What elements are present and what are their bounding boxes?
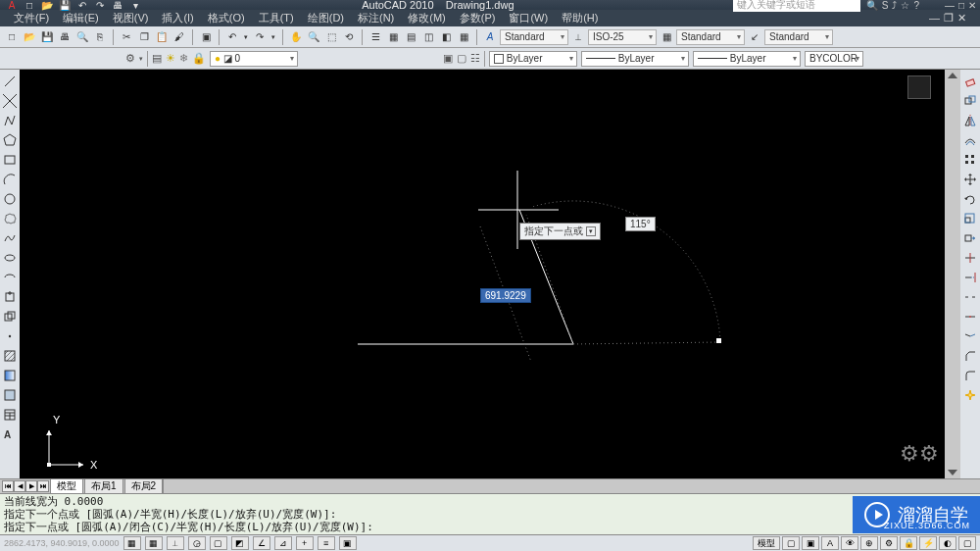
doc-minimize-button[interactable]: — — [929, 12, 940, 25]
menu-file[interactable]: 文件(F) — [14, 11, 49, 25]
annoscale-add-button[interactable]: ⊕ — [860, 536, 878, 550]
layer-freeze-icon[interactable]: ❄ — [179, 52, 188, 65]
infocenter-comm-icon[interactable]: ⤴ — [892, 0, 897, 11]
osnap-button[interactable]: ▢ — [210, 536, 227, 550]
length-input[interactable]: 691.9229 — [480, 288, 531, 303]
lineweight-button[interactable]: ≡ — [318, 536, 335, 550]
otrack-button[interactable]: ∠ — [253, 536, 270, 550]
tool-ellipse-icon[interactable] — [2, 250, 18, 266]
tb-copy-icon[interactable]: ❐ — [136, 29, 152, 45]
isolate-objects-button[interactable]: ◐ — [939, 536, 956, 550]
tb-blockedit-icon[interactable]: ▣ — [198, 29, 214, 45]
tool-mtext-icon[interactable]: A — [2, 426, 18, 442]
horizontal-scrollbar[interactable] — [163, 479, 980, 493]
tool-insert-icon[interactable] — [2, 289, 18, 305]
infocenter-subscription-icon[interactable]: S — [882, 0, 889, 11]
tb-sheetset-icon[interactable]: ◫ — [420, 29, 436, 45]
tool-rotate-icon[interactable] — [962, 191, 978, 207]
tb-paste-icon[interactable]: 📋 — [154, 29, 170, 45]
tool-array-icon[interactable] — [962, 152, 978, 168]
tb-markup-icon[interactable]: ◧ — [438, 29, 454, 45]
tab-layout1[interactable]: 布局1 — [84, 478, 123, 494]
tool-ellipsearc-icon[interactable] — [2, 270, 18, 285]
minimize-button[interactable]: — — [945, 0, 955, 11]
qprops-button[interactable]: ▣ — [339, 536, 357, 550]
maximize-button[interactable]: □ — [958, 0, 964, 11]
tb-redo-icon[interactable]: ↷ — [252, 29, 268, 45]
tool-explode-icon[interactable] — [962, 387, 978, 403]
tool-circle-icon[interactable] — [2, 191, 18, 207]
tool-spline-icon[interactable] — [2, 230, 18, 246]
tb-zoom-rt-icon[interactable]: 🔍 — [306, 29, 321, 45]
tb-designcenter-icon[interactable]: ▦ — [385, 29, 401, 45]
tb-undo-icon[interactable]: ↶ — [224, 29, 240, 45]
cleanscreen-button[interactable]: ▢ — [958, 536, 976, 550]
workspace-icon[interactable]: ⚙ — [125, 52, 135, 65]
tab-layout2[interactable]: 布局2 — [124, 478, 164, 494]
tb-publish-icon[interactable]: ⎘ — [92, 29, 108, 45]
tb-cut-icon[interactable]: ✂ — [119, 29, 134, 45]
ortho-button[interactable]: ⟂ — [167, 536, 184, 550]
tool-chamfer-icon[interactable] — [962, 348, 978, 364]
cmd-prompt[interactable]: 指定下一点或 [圆弧(A)/闭合(C)/半宽(H)/长度(L)/放弃(U)/宽度… — [4, 521, 976, 533]
tb-dimstyle-icon[interactable]: ⟂ — [570, 29, 586, 45]
tab-next-button[interactable]: ▶ — [25, 480, 37, 492]
tool-arc-icon[interactable] — [2, 172, 18, 187]
command-window[interactable]: 当前线宽为 0.0000 指定下一个点或 [圆弧(A)/半宽(H)/长度(L)/… — [0, 493, 980, 534]
tool-gradient-icon[interactable] — [2, 368, 18, 383]
tool-revcloud-icon[interactable] — [2, 211, 18, 226]
ducs-button[interactable]: ⊿ — [274, 536, 292, 550]
hardware-accel-button[interactable]: ⚡ — [919, 536, 937, 550]
view-cube[interactable] — [907, 75, 931, 99]
tool-copy-icon[interactable] — [962, 93, 978, 109]
infocenter-magnify-icon[interactable]: 🔍 — [866, 0, 878, 11]
layer-combo[interactable]: ● ◪ 0 — [210, 51, 298, 67]
tool-scale-icon[interactable] — [962, 211, 978, 226]
tb-new-icon[interactable]: □ — [4, 29, 20, 45]
infocenter-help-icon[interactable]: ? — [913, 0, 919, 11]
menu-draw[interactable]: 绘图(D) — [308, 11, 344, 25]
tb-zoom-win-icon[interactable]: ⬚ — [323, 29, 339, 45]
tb-preview-icon[interactable]: 🔍 — [74, 29, 90, 45]
tool-join-icon[interactable] — [962, 328, 978, 344]
tb-toolpalettes-icon[interactable]: ▤ — [403, 29, 418, 45]
tb-pan-icon[interactable]: ✋ — [288, 29, 304, 45]
tb-zoom-prev-icon[interactable]: ⟲ — [341, 29, 357, 45]
menu-view[interactable]: 视图(V) — [113, 11, 149, 25]
annoscale-button[interactable]: A — [821, 536, 839, 550]
model-paper-button[interactable]: 模型 — [753, 536, 780, 550]
tool-pline-icon[interactable] — [2, 113, 18, 128]
annoscale-vis-button[interactable]: 👁 — [841, 536, 858, 550]
layer-unisolate-icon[interactable]: ▢ — [457, 52, 466, 65]
polar-button[interactable]: ◶ — [188, 536, 206, 550]
grid-button[interactable]: ▦ — [145, 536, 163, 550]
layer-lock-icon[interactable]: 🔒 — [192, 52, 206, 65]
snap-mode-button[interactable]: ▦ — [123, 536, 141, 550]
toolbar-lock-button[interactable]: 🔒 — [900, 536, 917, 550]
tool-erase-icon[interactable] — [962, 74, 978, 89]
tool-xline-icon[interactable] — [2, 93, 18, 109]
menu-parametric[interactable]: 参数(P) — [460, 11, 496, 25]
tool-stretch-icon[interactable] — [962, 230, 978, 246]
tool-hatch-icon[interactable] — [2, 348, 18, 364]
tool-point-icon[interactable] — [2, 328, 18, 344]
tool-trim-icon[interactable] — [962, 250, 978, 266]
tb-mleaderstyle-icon[interactable]: ↙ — [747, 29, 762, 45]
tb-tablestyle-icon[interactable]: ▦ — [659, 29, 674, 45]
osnap3d-button[interactable]: ◩ — [231, 536, 249, 550]
layer-state-icon[interactable]: ☷ — [470, 52, 480, 65]
tool-rectangle-icon[interactable] — [2, 152, 18, 168]
doc-restore-button[interactable]: ❐ — [944, 12, 954, 25]
menu-modify[interactable]: 修改(M) — [408, 11, 446, 25]
tool-extend-icon[interactable] — [962, 270, 978, 285]
tb-properties-icon[interactable]: ☰ — [368, 29, 383, 45]
tool-table-icon[interactable] — [2, 407, 18, 423]
tool-breakat-icon[interactable] — [962, 309, 978, 325]
quickview-layouts-button[interactable]: ▢ — [782, 536, 800, 550]
menu-format[interactable]: 格式(O) — [208, 11, 245, 25]
tab-model[interactable]: 模型 — [50, 478, 83, 494]
doc-close-button[interactable]: ✕ — [957, 12, 966, 25]
tb-print-icon[interactable]: 🖶 — [57, 29, 73, 45]
vertical-scrollbar[interactable] — [945, 70, 960, 478]
tool-makeblock-icon[interactable] — [2, 309, 18, 325]
